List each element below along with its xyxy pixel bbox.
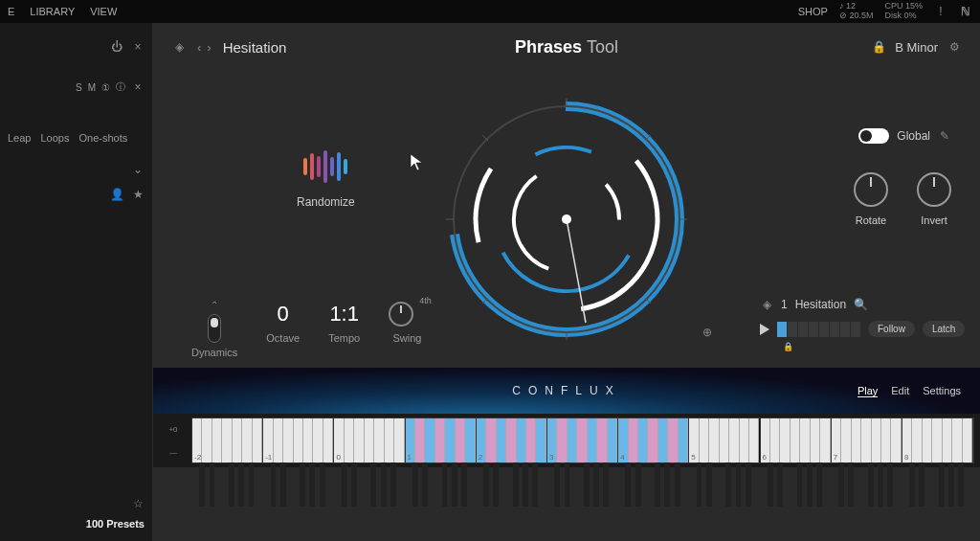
center-stage: Randomize xyxy=(153,71,980,368)
octave-control[interactable]: 0 Octave xyxy=(266,300,300,358)
key-select[interactable]: B Minor xyxy=(895,40,938,55)
chevron-down-icon[interactable]: ⌄ xyxy=(131,163,145,176)
target-icon[interactable]: ⊕ xyxy=(701,326,714,339)
tab-oneshots[interactable]: One-shots xyxy=(78,132,127,144)
randomize-block[interactable]: Randomize xyxy=(297,147,355,209)
dynamics-control[interactable]: ⌃ Dynamics xyxy=(191,300,237,358)
next-preset-icon[interactable]: › xyxy=(207,40,211,55)
prev-preset-icon[interactable]: ‹ xyxy=(197,40,201,55)
conflux-brand: CONFLUX xyxy=(512,384,620,397)
menu-e[interactable]: E xyxy=(8,6,14,17)
ni-logo-icon[interactable]: ℕ xyxy=(959,5,972,18)
keyboard-pitch-controls[interactable]: +0 — xyxy=(159,417,188,463)
svg-point-6 xyxy=(562,214,571,224)
lock-icon[interactable]: 🔒 xyxy=(781,340,794,353)
conflux-banner: CONFLUX Play Edit Settings xyxy=(153,368,980,414)
solo-button[interactable]: S xyxy=(76,82,82,93)
search-icon[interactable]: 🔍 xyxy=(854,298,867,311)
step-sequencer[interactable] xyxy=(777,322,860,337)
randomize-icon xyxy=(297,147,354,186)
menu-view[interactable]: VIEW xyxy=(90,6,117,17)
play-button[interactable] xyxy=(760,324,769,335)
instrument-header: ◈ ‹ › Hesitation Phrases Tool 🔒 B Minor … xyxy=(153,23,980,71)
preset-name[interactable]: Hesitation xyxy=(223,39,287,56)
user-icon[interactable]: 👤 xyxy=(110,188,123,201)
warning-icon[interactable]: ! xyxy=(934,5,947,18)
star-outline-icon[interactable]: ☆ xyxy=(131,497,145,510)
tab-leap[interactable]: Leap xyxy=(8,132,31,144)
latch-button[interactable]: Latch xyxy=(923,321,965,337)
lock-icon[interactable]: 🔒 xyxy=(872,40,885,54)
star-icon[interactable]: ★ xyxy=(131,188,145,201)
follow-button[interactable]: Follow xyxy=(868,321,915,337)
global-toggle[interactable] xyxy=(858,128,889,144)
randomize-label: Randomize xyxy=(297,195,355,209)
left-sidebar: ⏻ × S M ① ⓘ × Leap Loops One-shots ⌄ 👤 ★… xyxy=(0,23,153,541)
keyboard: +0 — -2-1012345678 xyxy=(153,414,980,467)
status-stats: ♪ 12 ⊘ 20.5M xyxy=(839,2,874,21)
main-panel: ◈ ‹ › Hesitation Phrases Tool 🔒 B Minor … xyxy=(153,23,980,541)
phrase-slot: ◈ 1 Hesitation 🔍 Follow Latch 🔒 xyxy=(760,298,961,353)
power-icon[interactable]: ⏻ xyxy=(110,40,123,54)
close-icon[interactable]: × xyxy=(131,80,145,94)
tab-loops[interactable]: Loops xyxy=(40,132,69,144)
gear-icon[interactable]: ⚙ xyxy=(947,40,961,54)
shop-link[interactable]: SHOP xyxy=(798,6,828,17)
tab-play[interactable]: Play xyxy=(858,385,878,397)
status-stats-2: CPU 15% Disk 0% xyxy=(884,2,923,21)
swing-control[interactable]: 4th Swing xyxy=(389,300,426,358)
tab-edit[interactable]: Edit xyxy=(891,385,909,397)
close-icon[interactable]: × xyxy=(131,40,145,54)
global-label: Global xyxy=(897,129,930,143)
menu-library[interactable]: LIBRARY xyxy=(30,6,75,17)
top-menu-bar: E LIBRARY VIEW SHOP ♪ 12 ⊘ 20.5M CPU 15%… xyxy=(0,0,980,23)
preset-count: 100 Presets xyxy=(8,518,145,530)
cube-icon[interactable]: ◈ xyxy=(172,40,186,54)
phrase-dial[interactable] xyxy=(442,95,691,344)
mute-button[interactable]: M xyxy=(88,82,96,93)
slot-name[interactable]: Hesitation xyxy=(795,298,846,311)
piano-keys[interactable]: -2-1012345678 xyxy=(191,417,974,463)
tool-title: Phrases Tool xyxy=(515,37,618,57)
slot-index: 1 xyxy=(781,298,788,311)
edit-icon[interactable]: ✎ xyxy=(938,129,951,143)
params-row: ⌃ Dynamics 0 Octave 1:1 Tempo 4th Swing xyxy=(191,300,426,358)
snap-1-button[interactable]: ① xyxy=(101,82,110,93)
info-icon[interactable]: ⓘ xyxy=(116,80,125,94)
dice-icon[interactable]: ◈ xyxy=(760,298,773,311)
right-controls: Global ✎ Rotate Invert xyxy=(854,128,951,226)
svg-line-5 xyxy=(567,219,586,323)
rotate-knob[interactable]: Rotate xyxy=(854,172,888,226)
tab-settings[interactable]: Settings xyxy=(923,385,961,397)
tempo-control[interactable]: 1:1 Tempo xyxy=(328,300,360,358)
invert-knob[interactable]: Invert xyxy=(917,172,951,226)
